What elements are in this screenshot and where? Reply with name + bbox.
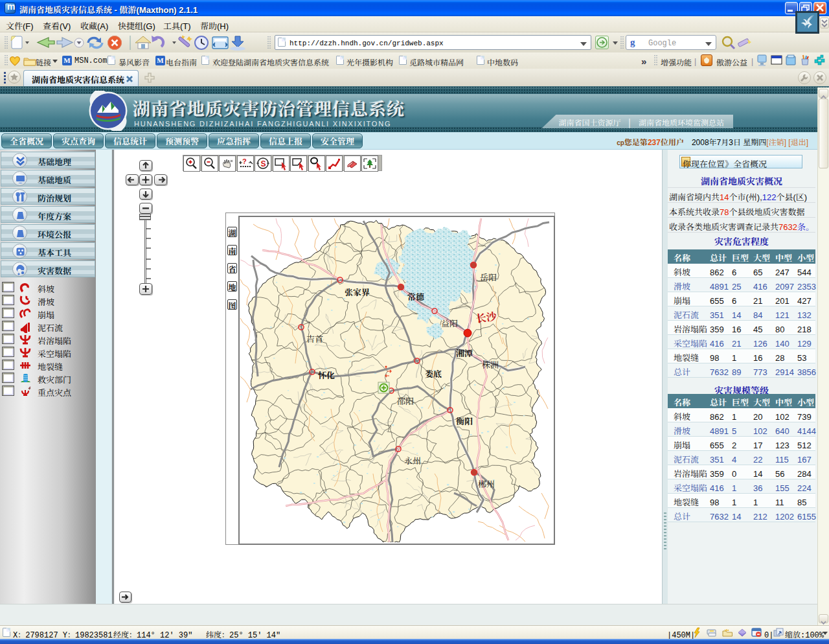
svg-text:株洲: 株洲 (482, 358, 499, 371)
svg-text:?: ? (242, 156, 247, 166)
svg-text:衡阳: 衡阳 (456, 415, 473, 427)
svg-text:吉首: 吉首 (306, 332, 323, 345)
svg-text:邵阳: 邵阳 (397, 395, 414, 407)
svg-text:湘潭: 湘潭 (456, 347, 473, 359)
svg-text:常德: 常德 (407, 290, 425, 303)
svg-text:长沙: 长沙 (475, 308, 499, 326)
svg-text:益阳: 益阳 (441, 317, 458, 329)
svg-text:岳阳: 岳阳 (480, 271, 497, 283)
svg-text:S: S (261, 157, 266, 168)
svg-text:怀化: 怀化 (318, 369, 335, 381)
svg-text:张家界: 张家界 (345, 286, 370, 298)
svg-text:永州: 永州 (404, 454, 421, 466)
svg-text:娄底: 娄底 (425, 367, 442, 380)
svg-text:郴州: 郴州 (478, 477, 495, 490)
